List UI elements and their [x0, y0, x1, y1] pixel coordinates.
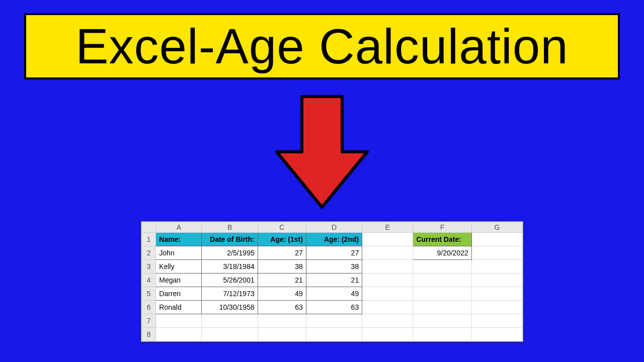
empty-cell[interactable]	[413, 274, 471, 287]
empty-cell[interactable]	[413, 260, 471, 274]
table-row: 2 John 2/5/1995 27 27 9/20/2022	[142, 246, 523, 260]
col-header[interactable]: B	[202, 222, 258, 233]
header-current-date[interactable]: Current Date:	[413, 233, 471, 246]
cell-dob[interactable]: 10/30/1958	[202, 301, 258, 314]
table-row: 6 Ronald 10/30/1958 63 63	[142, 301, 523, 314]
row-header[interactable]: 8	[142, 328, 156, 341]
col-header[interactable]: A	[156, 222, 202, 233]
cell-age1[interactable]: 38	[258, 260, 306, 274]
empty-cell[interactable]	[471, 287, 522, 301]
cell-age2[interactable]: 63	[306, 301, 362, 314]
empty-cell[interactable]	[156, 328, 202, 341]
empty-cell[interactable]	[413, 328, 471, 341]
empty-cell[interactable]	[362, 314, 413, 328]
empty-cell[interactable]	[258, 328, 306, 341]
cell-age2[interactable]: 49	[306, 287, 362, 301]
row-header[interactable]: 2	[142, 246, 156, 260]
title-text: Excel-Age Calculation	[75, 18, 569, 75]
corner-cell	[142, 222, 156, 233]
empty-cell[interactable]	[471, 274, 522, 287]
cell-age2[interactable]: 27	[306, 246, 362, 260]
empty-cell[interactable]	[202, 314, 258, 328]
cell-age1[interactable]: 63	[258, 301, 306, 314]
empty-cell[interactable]	[471, 314, 522, 328]
cell-age1[interactable]: 49	[258, 287, 306, 301]
row-header[interactable]: 6	[142, 301, 156, 314]
row-header[interactable]: 3	[142, 260, 156, 274]
table-row: 7	[142, 314, 523, 328]
header-age2[interactable]: Age: (2nd)	[306, 233, 362, 246]
col-header[interactable]: C	[258, 222, 306, 233]
cell-current-date[interactable]: 9/20/2022	[413, 246, 471, 260]
spreadsheet: A B C D E F G 1 Name: Date of Birth: Age…	[141, 221, 523, 342]
empty-cell[interactable]	[471, 328, 522, 341]
row-header[interactable]: 5	[142, 287, 156, 301]
header-age1[interactable]: Age: (1st)	[258, 233, 306, 246]
empty-cell[interactable]	[471, 260, 522, 274]
empty-cell[interactable]	[362, 301, 413, 314]
table-row: 4 Megan 5/26/2001 21 21	[142, 274, 523, 287]
empty-cell[interactable]	[306, 314, 362, 328]
row-header[interactable]: 1	[142, 233, 156, 246]
table-row: 8	[142, 328, 523, 341]
title-banner: Excel-Age Calculation	[24, 13, 620, 79]
empty-cell[interactable]	[413, 301, 471, 314]
cell-age2[interactable]: 21	[306, 274, 362, 287]
empty-cell[interactable]	[202, 328, 258, 341]
cell-dob[interactable]: 3/18/1984	[202, 260, 258, 274]
header-dob[interactable]: Date of Birth:	[202, 233, 258, 246]
empty-cell[interactable]	[362, 260, 413, 274]
empty-cell[interactable]	[413, 314, 471, 328]
col-header[interactable]: E	[362, 222, 413, 233]
empty-cell[interactable]	[362, 287, 413, 301]
table-row: 3 Kelly 3/18/1984 38 38	[142, 260, 523, 274]
cell-name[interactable]: Darren	[156, 287, 202, 301]
cell-name[interactable]: Kelly	[156, 260, 202, 274]
empty-cell[interactable]	[306, 328, 362, 341]
row-header[interactable]: 4	[142, 274, 156, 287]
empty-cell[interactable]	[413, 287, 471, 301]
empty-cell[interactable]	[156, 314, 202, 328]
cell-dob[interactable]: 7/12/1973	[202, 287, 258, 301]
empty-cell[interactable]	[362, 328, 413, 341]
column-header-row: A B C D E F G	[142, 222, 523, 233]
table-row: 1 Name: Date of Birth: Age: (1st) Age: (…	[142, 233, 523, 246]
header-name[interactable]: Name:	[156, 233, 202, 246]
empty-cell[interactable]	[362, 233, 413, 246]
empty-cell[interactable]	[362, 246, 413, 260]
cell-name[interactable]: Ronald	[156, 301, 202, 314]
col-header[interactable]: G	[471, 222, 522, 233]
empty-cell[interactable]	[471, 233, 522, 246]
cell-age1[interactable]: 21	[258, 274, 306, 287]
down-arrow-icon	[272, 92, 372, 212]
table-row: 5 Darren 7/12/1973 49 49	[142, 287, 523, 301]
empty-cell[interactable]	[258, 314, 306, 328]
col-header[interactable]: D	[306, 222, 362, 233]
empty-cell[interactable]	[471, 301, 522, 314]
cell-name[interactable]: Megan	[156, 274, 202, 287]
cell-dob[interactable]: 5/26/2001	[202, 274, 258, 287]
empty-cell[interactable]	[471, 246, 522, 260]
cell-dob[interactable]: 2/5/1995	[202, 246, 258, 260]
cell-age1[interactable]: 27	[258, 246, 306, 260]
col-header[interactable]: F	[413, 222, 471, 233]
empty-cell[interactable]	[362, 274, 413, 287]
row-header[interactable]: 7	[142, 314, 156, 328]
cell-name[interactable]: John	[156, 246, 202, 260]
cell-age2[interactable]: 38	[306, 260, 362, 274]
